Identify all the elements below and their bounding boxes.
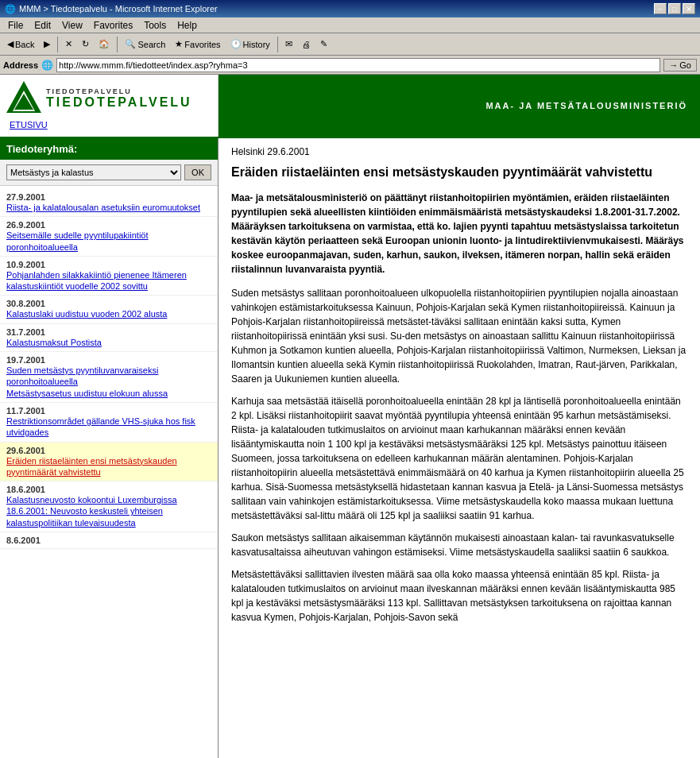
item-link[interactable]: Kalastusmaksut Postista [6,337,211,348]
content-paragraph-4: Metsästettäväksi sallittavien ilvesten m… [231,567,687,625]
ie-page-icon: 🌐 [41,60,53,71]
menu-tools[interactable]: Tools [139,18,171,33]
list-item: 10.9.2001 Pohjanlahden silakkakiintiö pi… [0,257,218,296]
item-date: 19.7.2001 [6,355,211,365]
content-area: Helsinki 29.6.2001 Eräiden riistaeläinte… [219,138,700,758]
item-date: 26.9.2001 [6,220,211,230]
address-bar: Address 🌐 → Go [0,56,700,75]
title-bar: 🌐 MMM > Tiedotepalvelu - Microsoft Inter… [0,0,700,17]
menu-view[interactable]: View [57,18,87,33]
ministry-name: MAA- JA METSÄTALOUSMINISTERIÖ [485,101,687,110]
list-item: 19.7.2001 Suden metsästys pyyntiluvanvar… [0,352,218,403]
item-link[interactable]: Kalastusneuvosto kokoontui Luxemburgissa… [6,494,211,528]
sidebar-header: Tiedoteryhmä: [0,138,218,160]
history-label: History [243,40,270,49]
category-select[interactable]: Metsästys ja kalastus [6,164,181,180]
list-item: 30.8.2001 Kalastuslaki uudistuu vuoden 2… [0,296,218,323]
list-item: 31.7.2001 Kalastusmaksut Postista [0,324,218,352]
edit-button[interactable]: ✎ [316,35,331,54]
list-item: 18.6.2001 Kalastusneuvosto kokoontui Lux… [0,481,218,532]
content-lead: Maa- ja metsätalousministeriö on päättän… [231,191,687,277]
title-bar-left: 🌐 MMM > Tiedotepalvelu - Microsoft Inter… [5,4,218,14]
list-item: 8.6.2001 [0,532,218,549]
close-button[interactable]: ✕ [683,3,695,14]
toolbar-separator-2 [117,37,118,52]
home-button[interactable]: 🏠 [95,35,114,54]
item-date: 29.6.2001 [6,446,211,455]
item-link[interactable]: Pohjanlahden silakkakiintiö pienenee Itä… [6,269,211,292]
refresh-icon: ↻ [82,39,89,49]
back-icon: ◀ [7,39,14,49]
address-label: Address [3,60,38,70]
print-button[interactable]: 🖨 [298,35,315,54]
content-paragraph-3: Saukon metsästys sallitaan aikaisemman k… [231,531,687,559]
sidebar-list: 27.9.2001 Riista- ja kalatalousalan aset… [0,186,218,758]
ok-button[interactable]: OK [184,164,211,180]
content-title: Eräiden riistaeläinten ensi metsästyskau… [231,164,687,181]
item-link[interactable]: Restriktionsområdet gällande VHS-sjuka h… [6,416,211,439]
favorites-button[interactable]: ★ Favorites [171,35,224,54]
back-button[interactable]: ◀ Back [3,35,38,54]
item-date: 11.7.2001 [6,406,211,416]
ie-icon: 🌐 [5,4,16,14]
item-link[interactable]: Kalastuslaki uudistuu vuoden 2002 alusta [6,308,211,319]
toolbar: ◀ Back ▶ ✕ ↻ 🏠 🔍 Search ★ Favorites 🕐 Hi… [0,33,700,56]
item-date: 10.9.2001 [6,260,211,269]
toolbar-separator-1 [57,37,58,52]
logo-subtitle: TIEDOTEPALVELU [46,87,192,95]
go-arrow-icon: → [669,60,678,70]
search-button[interactable]: 🔍 Search [121,35,169,54]
forward-button[interactable]: ▶ [40,35,54,54]
forward-icon: ▶ [44,39,50,49]
menu-file[interactable]: File [3,18,28,33]
item-link[interactable]: Seitsemälle sudelle pyyntilupakiintiöt p… [6,230,211,253]
minimize-button[interactable]: − [654,3,667,14]
window-controls[interactable]: − □ ✕ [654,3,695,14]
item-date: 8.6.2001 [6,536,211,545]
content-paragraph-2: Karhuja saa metsästää itäisellä poronhoi… [231,394,687,523]
list-item: 27.9.2001 Riista- ja kalatalousalan aset… [0,189,218,217]
item-date: 30.8.2001 [6,299,211,308]
item-link[interactable]: Suden metsästys pyyntiluvanvaraiseksi po… [6,365,211,388]
history-icon: 🕐 [230,39,242,49]
maximize-button[interactable]: □ [668,3,681,14]
favorites-label: Favorites [184,40,220,49]
favorites-icon: ★ [175,39,183,49]
etusivu-link[interactable]: ETUSIVU [6,120,211,130]
logo-triangle-icon [6,79,41,114]
list-item: 11.7.2001 Restriktionsområdet gällande V… [0,403,218,443]
mail-button[interactable]: ✉ [281,35,296,54]
item-date: 31.7.2001 [6,327,211,337]
toolbar-separator-3 [277,37,278,52]
refresh-button[interactable]: ↻ [78,35,93,54]
print-icon: 🖨 [302,40,311,49]
edit-icon: ✎ [320,39,327,49]
history-button[interactable]: 🕐 History [226,35,274,54]
site-header: TIEDOTEPALVELU TIEDOTEPALVELU ETUSIVU MA… [0,75,700,138]
search-label: Search [137,40,165,49]
item-link-2[interactable]: Metsästysasetus uudistuu elokuun alussa [6,388,211,399]
window-title: MMM > Tiedotepalvelu - Microsoft Interne… [19,4,218,14]
menu-bar: File Edit View Favorites Tools Help [0,17,700,33]
go-button[interactable]: → Go [663,59,697,72]
logo-top: TIEDOTEPALVELU TIEDOTEPALVELU [6,79,211,117]
search-icon: 🔍 [125,39,136,49]
home-icon: 🏠 [99,39,110,49]
item-date: 27.9.2001 [6,192,211,202]
menu-help[interactable]: Help [172,18,202,33]
item-date: 18.6.2001 [6,485,211,494]
sidebar: Tiedoteryhmä: Metsästys ja kalastus OK 2… [0,138,219,758]
address-input[interactable] [56,58,660,72]
item-link-active[interactable]: Eräiden riistaeläinten ensi metsästyskau… [6,455,211,478]
go-label: Go [679,60,691,70]
list-item-active: 29.6.2001 Eräiden riistaeläinten ensi me… [0,443,218,482]
item-link[interactable]: Riista- ja kalatalousalan asetuksiin eur… [6,202,211,213]
stop-icon: ✕ [65,39,72,49]
mail-icon: ✉ [285,39,292,49]
sidebar-filter: Metsästys ja kalastus OK [0,160,218,186]
content-date: Helsinki 29.6.2001 [231,146,687,157]
menu-edit[interactable]: Edit [29,18,56,33]
stop-button[interactable]: ✕ [61,35,76,54]
menu-favorites[interactable]: Favorites [89,18,137,33]
ministry-header: MAA- JA METSÄTALOUSMINISTERIÖ [219,75,700,137]
